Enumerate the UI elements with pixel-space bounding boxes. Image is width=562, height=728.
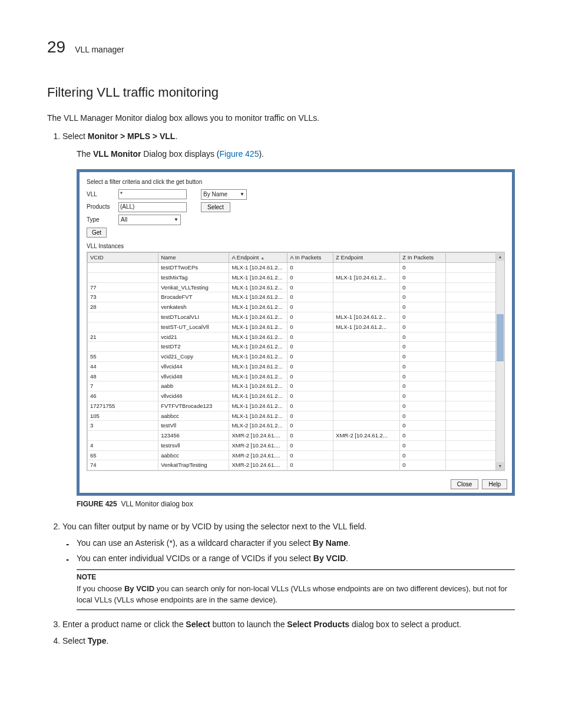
vll-input[interactable] [118,189,187,199]
cell-zep [333,332,400,342]
step2-text: You can filter output by name or by VCID… [62,522,366,531]
step1-sub-b: VLL Monitor [93,149,141,159]
cell-vcid: 28 [88,302,158,312]
step1-sub-link[interactable]: Figure 425 [219,149,259,159]
table-row[interactable]: 73BrocadeFVTMLX-1 [10.24.61.2...00 [88,292,504,302]
cell-zep [333,263,400,273]
cell-ain: 0 [287,401,333,411]
cell-zep: XMR-2 [10.24.61.2... [333,431,400,441]
cell-ain: 0 [287,312,333,322]
type-select[interactable]: All ▼ [118,215,181,225]
cell-aep: MLX-1 [10.24.61.2... [229,352,287,362]
cell-vcid: 3 [88,421,158,431]
table-row[interactable]: 77Venkat_VLLTestingMLX-1 [10.24.61.2...0… [88,282,504,292]
table-row[interactable]: 7aabbMLX-1 [10.24.61.2...00 [88,381,504,391]
table-row[interactable]: 4testrsvllXMR-2 [10.24.61....00 [88,440,504,450]
step1-bold: Monitor > MPLS > VLL [88,131,176,141]
cell-ain: 0 [287,361,333,371]
cell-aep: XMR-2 [10.24.61.... [229,460,287,470]
cell-aep: MLX-1 [10.24.61.2... [229,322,287,332]
table-row[interactable]: 74VenkatTrapTestingXMR-2 [10.24.61....00 [88,460,504,470]
cell-zin: 0 [400,371,446,381]
table-row[interactable]: 17271755FVTFVTBrocade123MLX-1 [10.24.61.… [88,401,504,411]
col-zinpackets[interactable]: Z In Packets [400,253,446,263]
table-row[interactable]: 3testVllMLX-2 [10.24.61.2...00 [88,421,504,431]
cell-vcid: 21 [88,332,158,342]
table-row[interactable]: 21vcid21MLX-1 [10.24.61.2...00 [88,332,504,342]
cell-aep: XMR-2 [10.24.61.... [229,450,287,460]
byname-select[interactable]: By Name ▼ [201,189,247,200]
cell-zep [333,460,400,470]
cell-name: vllvcid46 [158,391,229,401]
cell-ain: 0 [287,352,333,362]
table-row[interactable]: 65aabbccXMR-2 [10.24.61....00 [88,450,504,460]
cell-zin: 0 [400,450,446,460]
table-row[interactable]: testDT2MLX-1 [10.24.61.2...00 [88,342,504,352]
cell-name: testVll [158,421,229,431]
table-scrollbar[interactable]: ▴ ▾ [495,252,504,470]
cell-name: venkatesh [158,302,229,312]
cell-vcid: 17271755 [88,401,158,411]
step1-sub-c: Dialog box displays ( [141,149,219,159]
col-aendpoint[interactable]: A Endpoint▲ [229,253,287,263]
cell-zep: MLX-1 [10.24.61.2... [333,272,400,282]
cell-aep: MLX-1 [10.24.61.2... [229,312,287,322]
cell-zin: 0 [400,460,446,470]
vll-label: VLL [87,190,115,199]
table-row[interactable]: 48vllvcid48MLX-1 [10.24.61.2...00 [88,371,504,381]
cell-name: aabbcc [158,450,229,460]
table-row[interactable]: testDTTwoEPsMLX-1 [10.24.61.2...00 [88,263,504,273]
dialog-instruction: Select a filter criteria and click the g… [87,178,505,187]
cell-aep: MLX-1 [10.24.61.2... [229,361,287,371]
scroll-thumb[interactable] [497,314,504,361]
cell-ain: 0 [287,460,333,470]
type-value: All [121,216,127,225]
cell-vcid: 46 [88,391,158,401]
cell-aep: MLX-1 [10.24.61.2... [229,381,287,391]
table-row[interactable]: 46vllvcid46MLX-1 [10.24.61.2...00 [88,391,504,401]
cell-name: vllvcid44 [158,361,229,371]
close-button[interactable]: Close [451,479,479,489]
scroll-down-icon[interactable]: ▾ [496,462,504,470]
col-ainpackets[interactable]: A In Packets [287,253,333,263]
cell-zin: 0 [400,312,446,322]
cell-zin: 0 [400,302,446,312]
cell-zin: 0 [400,263,446,273]
col-zendpoint[interactable]: Z Endpoint [333,253,400,263]
type-label: Type [87,216,115,225]
table-row[interactable]: 44vllvcid44MLX-1 [10.24.61.2...00 [88,361,504,371]
cell-name: aabb [158,381,229,391]
table-row[interactable]: 105aabbccMLX-1 [10.24.61.2...00 [88,411,504,421]
cell-zin: 0 [400,440,446,450]
get-button[interactable]: Get [87,228,107,238]
cell-ain: 0 [287,391,333,401]
cell-name: Venkat_VLLTesting [158,282,229,292]
cell-zin: 0 [400,401,446,411]
step-2: You can filter output by name or by VCID… [62,521,515,610]
note-rule-bottom [77,610,515,610]
step-1: Select Monitor > MPLS > VLL. The VLL Mon… [62,130,515,510]
cell-vcid [88,342,158,352]
help-button[interactable]: Help [482,479,507,489]
step1-tail: . [175,131,177,141]
note-body: If you choose By VCID you can search onl… [77,584,515,606]
col-vcid[interactable]: VCID [88,253,158,263]
cell-zin: 0 [400,391,446,401]
cell-zep [333,352,400,362]
cell-vcid: 7 [88,381,158,391]
cell-name: 123456 [158,431,229,441]
table-row[interactable]: testMixTagMLX-1 [10.24.61.2...0MLX-1 [10… [88,272,504,282]
intro-paragraph: The VLL Manager Monitor dialog box allow… [47,112,515,124]
cell-aep: MLX-1 [10.24.61.2... [229,282,287,292]
cell-aep: MLX-1 [10.24.61.2... [229,292,287,302]
cell-name: testMixTag [158,272,229,282]
cell-vcid: 105 [88,411,158,421]
table-row[interactable]: testDTLocalVLIMLX-1 [10.24.61.2...0MLX-1… [88,312,504,322]
scroll-up-icon[interactable]: ▴ [496,252,504,261]
table-row[interactable]: 123456XMR-2 [10.24.61....0XMR-2 [10.24.6… [88,431,504,441]
col-name[interactable]: Name [158,253,229,263]
table-row[interactable]: testST-UT_LocalVllMLX-1 [10.24.61.2...0M… [88,322,504,332]
table-row[interactable]: 28venkateshMLX-1 [10.24.61.2...00 [88,302,504,312]
table-row[interactable]: 55vcid21_CopyMLX-1 [10.24.61.2...00 [88,352,504,362]
select-button[interactable]: Select [201,202,230,212]
